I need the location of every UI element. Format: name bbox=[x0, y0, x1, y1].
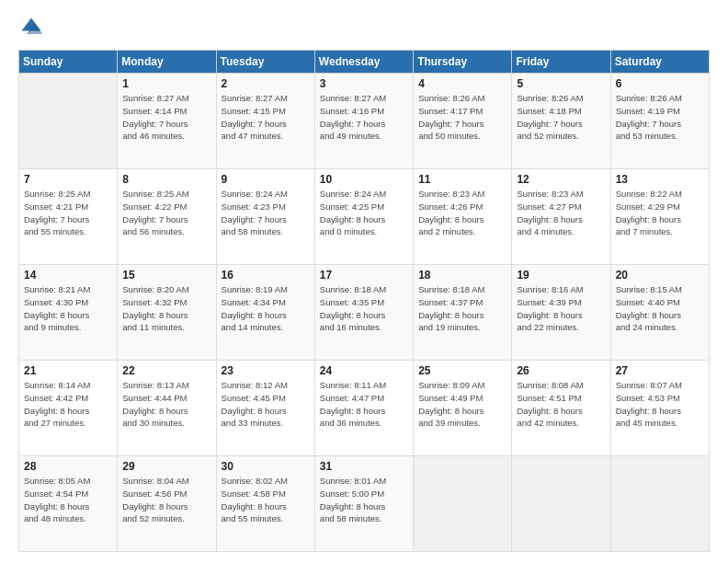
day-number: 21 bbox=[24, 364, 112, 377]
day-number: 9 bbox=[222, 173, 310, 186]
day-info: Sunrise: 8:20 AM Sunset: 4:32 PM Dayligh… bbox=[122, 283, 210, 334]
day-cell: 27Sunrise: 8:07 AM Sunset: 4:53 PM Dayli… bbox=[610, 361, 709, 456]
calendar-table: SundayMondayTuesdayWednesdayThursdayFrid… bbox=[18, 50, 710, 552]
day-info: Sunrise: 8:12 AM Sunset: 4:45 PM Dayligh… bbox=[222, 379, 310, 430]
week-row-3: 14Sunrise: 8:21 AM Sunset: 4:30 PM Dayli… bbox=[19, 265, 710, 361]
day-cell: 29Sunrise: 8:04 AM Sunset: 4:56 PM Dayli… bbox=[118, 456, 216, 552]
day-info: Sunrise: 8:05 AM Sunset: 4:54 PM Dayligh… bbox=[24, 475, 112, 525]
day-number: 26 bbox=[517, 364, 605, 377]
day-header-saturday: Saturday bbox=[610, 51, 709, 74]
day-number: 20 bbox=[616, 269, 704, 282]
header bbox=[18, 15, 710, 40]
day-info: Sunrise: 8:04 AM Sunset: 4:56 PM Dayligh… bbox=[122, 475, 210, 525]
day-header-friday: Friday bbox=[512, 51, 610, 74]
day-info: Sunrise: 8:02 AM Sunset: 4:58 PM Dayligh… bbox=[222, 475, 310, 525]
day-info: Sunrise: 8:24 AM Sunset: 4:25 PM Dayligh… bbox=[320, 188, 408, 238]
day-cell bbox=[512, 456, 610, 552]
day-cell: 22Sunrise: 8:13 AM Sunset: 4:44 PM Dayli… bbox=[118, 361, 216, 456]
day-number: 10 bbox=[320, 173, 408, 186]
day-cell: 11Sunrise: 8:23 AM Sunset: 4:26 PM Dayli… bbox=[414, 169, 512, 265]
page: SundayMondayTuesdayWednesdayThursdayFrid… bbox=[0, 0, 728, 563]
day-info: Sunrise: 8:26 AM Sunset: 4:18 PM Dayligh… bbox=[517, 92, 605, 143]
day-number: 14 bbox=[24, 269, 112, 282]
day-header-monday: Monday bbox=[118, 51, 216, 74]
day-number: 25 bbox=[418, 364, 506, 377]
day-cell: 1Sunrise: 8:27 AM Sunset: 4:14 PM Daylig… bbox=[118, 74, 216, 169]
day-cell: 10Sunrise: 8:24 AM Sunset: 4:25 PM Dayli… bbox=[314, 169, 413, 265]
day-info: Sunrise: 8:13 AM Sunset: 4:44 PM Dayligh… bbox=[122, 379, 210, 430]
logo-icon bbox=[18, 15, 44, 40]
day-number: 7 bbox=[24, 173, 112, 186]
day-number: 1 bbox=[122, 77, 210, 90]
day-cell: 15Sunrise: 8:20 AM Sunset: 4:32 PM Dayli… bbox=[118, 265, 216, 361]
day-cell: 12Sunrise: 8:23 AM Sunset: 4:27 PM Dayli… bbox=[512, 169, 610, 265]
day-number: 15 bbox=[122, 269, 210, 282]
day-info: Sunrise: 8:01 AM Sunset: 5:00 PM Dayligh… bbox=[320, 475, 408, 525]
day-number: 31 bbox=[320, 460, 408, 473]
day-header-sunday: Sunday bbox=[19, 51, 118, 74]
day-info: Sunrise: 8:26 AM Sunset: 4:19 PM Dayligh… bbox=[616, 92, 704, 143]
day-info: Sunrise: 8:18 AM Sunset: 4:35 PM Dayligh… bbox=[320, 283, 408, 334]
day-info: Sunrise: 8:16 AM Sunset: 4:39 PM Dayligh… bbox=[517, 283, 605, 334]
week-row-1: 1Sunrise: 8:27 AM Sunset: 4:14 PM Daylig… bbox=[19, 74, 710, 169]
day-header-thursday: Thursday bbox=[414, 51, 512, 74]
day-number: 22 bbox=[122, 364, 210, 377]
day-cell: 24Sunrise: 8:11 AM Sunset: 4:47 PM Dayli… bbox=[314, 361, 413, 456]
day-cell: 4Sunrise: 8:26 AM Sunset: 4:17 PM Daylig… bbox=[414, 74, 512, 169]
day-header-tuesday: Tuesday bbox=[216, 51, 314, 74]
week-row-5: 28Sunrise: 8:05 AM Sunset: 4:54 PM Dayli… bbox=[19, 456, 710, 552]
day-info: Sunrise: 8:27 AM Sunset: 4:14 PM Dayligh… bbox=[122, 92, 210, 143]
day-info: Sunrise: 8:21 AM Sunset: 4:30 PM Dayligh… bbox=[24, 283, 112, 334]
day-info: Sunrise: 8:22 AM Sunset: 4:29 PM Dayligh… bbox=[616, 188, 704, 238]
day-cell bbox=[414, 456, 512, 552]
day-number: 30 bbox=[222, 460, 310, 473]
day-number: 12 bbox=[517, 173, 605, 186]
day-cell: 17Sunrise: 8:18 AM Sunset: 4:35 PM Dayli… bbox=[314, 265, 413, 361]
day-cell bbox=[610, 456, 709, 552]
week-row-2: 7Sunrise: 8:25 AM Sunset: 4:21 PM Daylig… bbox=[19, 169, 710, 265]
day-cell: 9Sunrise: 8:24 AM Sunset: 4:23 PM Daylig… bbox=[216, 169, 314, 265]
day-info: Sunrise: 8:09 AM Sunset: 4:49 PM Dayligh… bbox=[418, 379, 506, 430]
day-info: Sunrise: 8:18 AM Sunset: 4:37 PM Dayligh… bbox=[418, 283, 506, 334]
day-info: Sunrise: 8:07 AM Sunset: 4:53 PM Dayligh… bbox=[616, 379, 704, 430]
day-cell: 18Sunrise: 8:18 AM Sunset: 4:37 PM Dayli… bbox=[414, 265, 512, 361]
day-info: Sunrise: 8:25 AM Sunset: 4:22 PM Dayligh… bbox=[122, 188, 210, 238]
day-number: 4 bbox=[418, 77, 506, 90]
day-info: Sunrise: 8:25 AM Sunset: 4:21 PM Dayligh… bbox=[24, 188, 112, 238]
day-cell: 3Sunrise: 8:27 AM Sunset: 4:16 PM Daylig… bbox=[314, 74, 413, 169]
day-cell: 6Sunrise: 8:26 AM Sunset: 4:19 PM Daylig… bbox=[610, 74, 709, 169]
day-cell: 16Sunrise: 8:19 AM Sunset: 4:34 PM Dayli… bbox=[216, 265, 314, 361]
day-cell: 21Sunrise: 8:14 AM Sunset: 4:42 PM Dayli… bbox=[19, 361, 118, 456]
day-number: 19 bbox=[517, 269, 605, 282]
day-number: 29 bbox=[122, 460, 210, 473]
day-number: 16 bbox=[222, 269, 310, 282]
day-number: 3 bbox=[320, 77, 408, 90]
day-cell: 13Sunrise: 8:22 AM Sunset: 4:29 PM Dayli… bbox=[610, 169, 709, 265]
day-cell: 2Sunrise: 8:27 AM Sunset: 4:15 PM Daylig… bbox=[216, 74, 314, 169]
day-header-wednesday: Wednesday bbox=[314, 51, 413, 74]
day-cell: 30Sunrise: 8:02 AM Sunset: 4:58 PM Dayli… bbox=[216, 456, 314, 552]
day-info: Sunrise: 8:14 AM Sunset: 4:42 PM Dayligh… bbox=[24, 379, 112, 430]
day-info: Sunrise: 8:24 AM Sunset: 4:23 PM Dayligh… bbox=[222, 188, 310, 238]
calendar-header: SundayMondayTuesdayWednesdayThursdayFrid… bbox=[19, 51, 710, 74]
day-number: 23 bbox=[222, 364, 310, 377]
day-cell: 26Sunrise: 8:08 AM Sunset: 4:51 PM Dayli… bbox=[512, 361, 610, 456]
day-info: Sunrise: 8:11 AM Sunset: 4:47 PM Dayligh… bbox=[320, 379, 408, 430]
day-number: 2 bbox=[222, 77, 310, 90]
day-cell: 8Sunrise: 8:25 AM Sunset: 4:22 PM Daylig… bbox=[118, 169, 216, 265]
day-number: 6 bbox=[616, 77, 704, 90]
day-info: Sunrise: 8:27 AM Sunset: 4:16 PM Dayligh… bbox=[320, 92, 408, 143]
day-cell bbox=[19, 74, 118, 169]
day-number: 28 bbox=[24, 460, 112, 473]
day-cell: 31Sunrise: 8:01 AM Sunset: 5:00 PM Dayli… bbox=[314, 456, 413, 552]
day-cell: 7Sunrise: 8:25 AM Sunset: 4:21 PM Daylig… bbox=[19, 169, 118, 265]
day-cell: 19Sunrise: 8:16 AM Sunset: 4:39 PM Dayli… bbox=[512, 265, 610, 361]
day-info: Sunrise: 8:08 AM Sunset: 4:51 PM Dayligh… bbox=[517, 379, 605, 430]
day-info: Sunrise: 8:26 AM Sunset: 4:17 PM Dayligh… bbox=[418, 92, 506, 143]
day-number: 8 bbox=[122, 173, 210, 186]
day-number: 18 bbox=[418, 269, 506, 282]
header-row: SundayMondayTuesdayWednesdayThursdayFrid… bbox=[19, 51, 710, 74]
day-number: 11 bbox=[418, 173, 506, 186]
day-cell: 25Sunrise: 8:09 AM Sunset: 4:49 PM Dayli… bbox=[414, 361, 512, 456]
day-number: 17 bbox=[320, 269, 408, 282]
